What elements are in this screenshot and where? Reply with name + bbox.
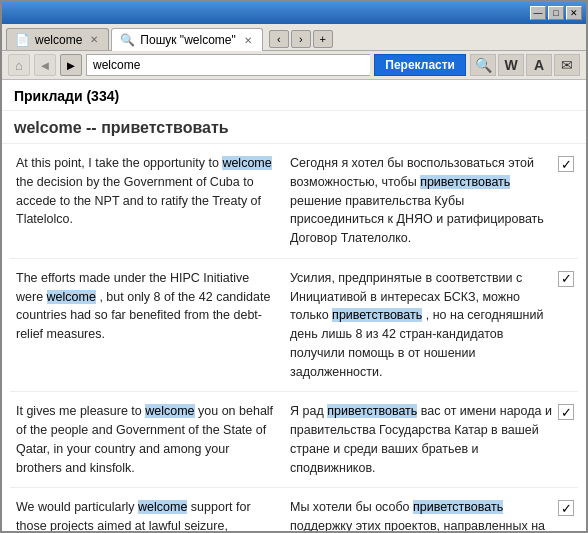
highlight-word-ru: приветствовать — [332, 308, 422, 322]
content-area: Приклади (334) welcome -- приветствовать… — [2, 80, 586, 531]
title-bar: — □ ✕ — [2, 2, 586, 24]
tab-welcome[interactable]: 📄 welcome ✕ — [6, 28, 109, 50]
tab-welcome-icon: 📄 — [15, 33, 29, 47]
entry-right-2: Усилия, предпринятые в соответствии с Ин… — [284, 269, 558, 382]
entry-right-3: Я рад приветствовать вас от имени народа… — [284, 402, 558, 477]
entry-checkbox-2[interactable]: ✓ — [558, 269, 578, 382]
entry-checkbox-4[interactable]: ✓ — [558, 498, 578, 531]
wiki-button[interactable]: W — [498, 54, 524, 76]
entry-text-ru: Я рад — [290, 404, 327, 418]
entry-text: the decision by the Government of Cuba t… — [16, 175, 261, 227]
section-header: Приклади (334) — [2, 80, 586, 111]
entry-text: We would particularly — [16, 500, 138, 514]
entry-checkbox-1[interactable]: ✓ — [558, 154, 578, 248]
tab-search[interactable]: 🔍 Пошук "welcome" ✕ — [111, 28, 262, 51]
close-button[interactable]: ✕ — [566, 6, 582, 20]
tab-welcome-label: welcome — [35, 33, 82, 47]
entry-checkbox-3[interactable]: ✓ — [558, 402, 578, 477]
address-bar: ⌂ ◄ ► Перекласти 🔍 W A ✉ — [2, 51, 586, 80]
checkbox-icon: ✓ — [558, 156, 574, 172]
address-input[interactable] — [86, 54, 370, 76]
entry-text-ru: решение правительства Кубы присоединитьс… — [290, 194, 544, 246]
tab-forward-button[interactable]: › — [291, 30, 311, 48]
tab-search-label: Пошук "welcome" — [140, 33, 235, 47]
entries-list: At this point, I take the opportunity to… — [2, 144, 586, 531]
tab-bar: 📄 welcome ✕ 🔍 Пошук "welcome" ✕ ‹ › + — [2, 24, 586, 51]
tab-actions: ‹ › + — [269, 30, 333, 50]
maximize-button[interactable]: □ — [548, 6, 564, 20]
entry-row: We would particularly welcome support fo… — [10, 488, 578, 531]
nav-forward-button[interactable]: ► — [60, 54, 82, 76]
app-window: — □ ✕ 📄 welcome ✕ 🔍 Пошук "welcome" ✕ ‹ … — [0, 0, 588, 533]
entry-right-4: Мы хотели бы особо приветствовать поддер… — [284, 498, 558, 531]
entry-left-4: We would particularly welcome support fo… — [10, 498, 284, 531]
nav-home-button[interactable]: ⌂ — [8, 54, 30, 76]
mail-button[interactable]: ✉ — [554, 54, 580, 76]
entry-text: At this point, I take the opportunity to — [16, 156, 222, 170]
tab-search-icon: 🔍 — [120, 33, 134, 47]
nav-back-button[interactable]: ◄ — [34, 54, 56, 76]
highlight-word-ru: приветствовать — [420, 175, 510, 189]
checkbox-icon: ✓ — [558, 404, 574, 420]
section-label: Приклади (334) — [14, 88, 119, 104]
entry-left-3: It gives me pleasure to welcome you on b… — [10, 402, 284, 477]
translate-button[interactable]: Перекласти — [374, 54, 466, 76]
checkbox-icon: ✓ — [558, 500, 574, 516]
toolbar-icons: 🔍 W A ✉ — [470, 54, 580, 76]
tab-welcome-close[interactable]: ✕ — [88, 33, 100, 46]
entry-row: At this point, I take the opportunity to… — [10, 144, 578, 259]
highlight-word: welcome — [47, 290, 96, 304]
main-heading: welcome -- приветствовать — [2, 111, 586, 144]
entry-row: It gives me pleasure to welcome you on b… — [10, 392, 578, 488]
entry-row: The efforts made under the HIPC Initiati… — [10, 259, 578, 393]
highlight-word: welcome — [138, 500, 187, 514]
highlight-word-ru: приветствовать — [413, 500, 503, 514]
entry-text: It gives me pleasure to — [16, 404, 145, 418]
tab-add-button[interactable]: + — [313, 30, 333, 48]
entry-text-ru: поддержку этих проектов, направленных на… — [290, 519, 545, 531]
window-controls: — □ ✕ — [530, 6, 582, 20]
search-toolbar-button[interactable]: 🔍 — [470, 54, 496, 76]
checkbox-icon: ✓ — [558, 271, 574, 287]
entry-left-1: At this point, I take the opportunity to… — [10, 154, 284, 248]
highlight-word: welcome — [222, 156, 271, 170]
highlight-word: welcome — [145, 404, 194, 418]
entry-text-ru: Мы хотели бы особо — [290, 500, 413, 514]
minimize-button[interactable]: — — [530, 6, 546, 20]
highlight-word-ru: приветствовать — [327, 404, 417, 418]
tab-search-close[interactable]: ✕ — [242, 34, 254, 47]
entry-right-1: Сегодня я хотел бы воспользоваться этой … — [284, 154, 558, 248]
entry-left-2: The efforts made under the HIPC Initiati… — [10, 269, 284, 382]
font-button[interactable]: A — [526, 54, 552, 76]
tab-back-button[interactable]: ‹ — [269, 30, 289, 48]
